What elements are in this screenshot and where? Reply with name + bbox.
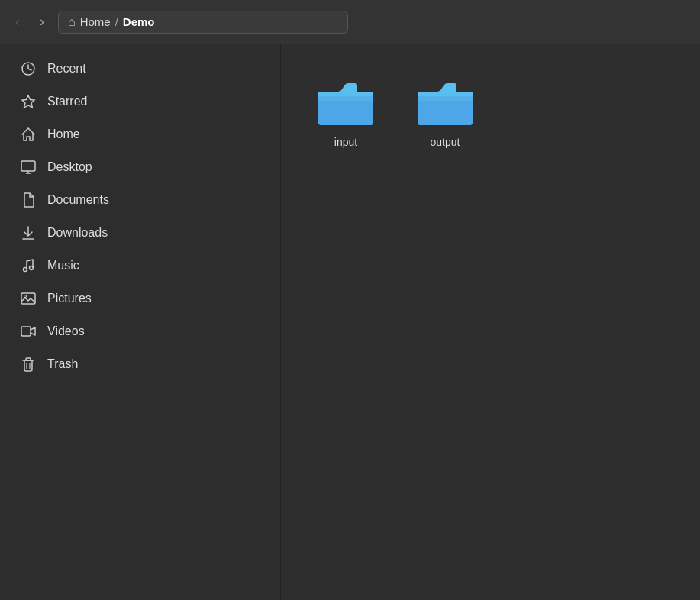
desktop-icon [20, 159, 37, 176]
breadcrumb-separator: / [115, 15, 118, 28]
forward-icon: › [40, 14, 44, 30]
main-area: Recent Starred Home [0, 44, 700, 600]
file-manager-window: ‹ › ⌂ Home / Demo Recent [0, 0, 700, 600]
toolbar: ‹ › ⌂ Home / Demo [0, 0, 700, 44]
sidebar-label-desktop: Desktop [47, 160, 92, 174]
recent-icon [20, 60, 37, 77]
sidebar-label-documents: Documents [47, 193, 109, 207]
back-button[interactable]: ‹ [9, 11, 26, 33]
folder-output-icon [415, 75, 476, 127]
sidebar-label-trash: Trash [47, 357, 78, 371]
svg-rect-9 [21, 293, 35, 304]
svg-marker-1 [22, 95, 34, 108]
sidebar-label-music: Music [47, 259, 79, 273]
pictures-icon [20, 290, 37, 307]
content-area: input output [281, 44, 700, 600]
home-icon: ⌂ [68, 15, 76, 29]
sidebar-item-trash[interactable]: Trash [5, 348, 276, 380]
documents-icon [20, 192, 37, 208]
sidebar-item-downloads[interactable]: Downloads [5, 217, 276, 249]
folder-output-label: output [431, 136, 460, 148]
sidebar-item-pictures[interactable]: Pictures [5, 282, 276, 315]
starred-icon [20, 93, 37, 110]
folder-input-icon [315, 75, 376, 127]
back-icon: ‹ [15, 14, 20, 30]
svg-point-7 [24, 268, 27, 272]
sidebar-item-home[interactable]: Home [5, 118, 276, 150]
folder-input-label: input [334, 136, 357, 148]
svg-rect-2 [21, 161, 35, 171]
music-icon [20, 257, 37, 274]
downloads-icon [20, 224, 37, 241]
svg-point-10 [24, 295, 27, 298]
home-sidebar-icon [20, 126, 37, 143]
sidebar: Recent Starred Home [0, 44, 281, 600]
sidebar-item-starred[interactable]: Starred [5, 85, 276, 118]
folder-output[interactable]: output [403, 67, 487, 156]
breadcrumb[interactable]: ⌂ Home / Demo [58, 11, 348, 34]
sidebar-label-videos: Videos [47, 324, 85, 338]
sidebar-item-music[interactable]: Music [5, 250, 276, 282]
sidebar-item-videos[interactable]: Videos [5, 315, 276, 347]
sidebar-item-documents[interactable]: Documents [5, 184, 276, 216]
sidebar-label-pictures: Pictures [47, 292, 92, 305]
sidebar-label-home: Home [47, 127, 80, 141]
videos-icon [20, 323, 37, 340]
sidebar-label-recent: Recent [47, 62, 86, 76]
svg-rect-11 [21, 327, 31, 336]
trash-icon [20, 356, 37, 373]
sidebar-item-recent[interactable]: Recent [5, 53, 276, 85]
forward-button[interactable]: › [34, 11, 50, 33]
sidebar-label-downloads: Downloads [47, 226, 108, 240]
svg-point-8 [30, 266, 34, 270]
breadcrumb-home-label: Home [80, 15, 111, 28]
folder-input[interactable]: input [304, 67, 388, 156]
sidebar-label-starred: Starred [47, 95, 87, 108]
sidebar-item-desktop[interactable]: Desktop [5, 151, 276, 183]
breadcrumb-current-folder: Demo [123, 15, 155, 28]
